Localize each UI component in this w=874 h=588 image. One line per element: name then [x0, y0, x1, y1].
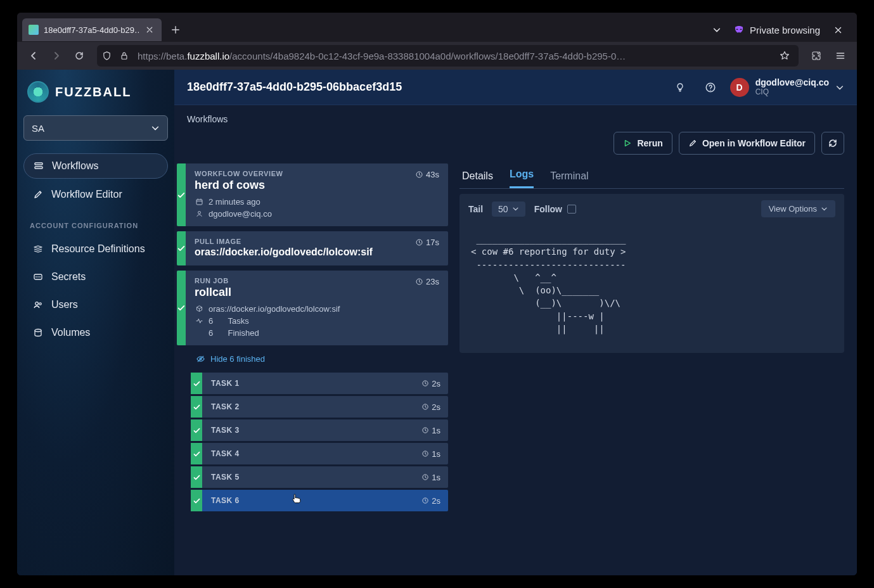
job-name: rollcall: [195, 286, 439, 299]
refresh-icon: [828, 138, 838, 148]
sidebar-item-volumes[interactable]: Volumes: [23, 321, 168, 345]
svg-point-4: [35, 302, 39, 305]
reload-icon: [74, 51, 84, 61]
refresh-button[interactable]: [821, 132, 844, 155]
task-duration: 1s: [421, 426, 448, 435]
tab-details[interactable]: Details: [462, 170, 493, 188]
task-label: TASK 6: [202, 496, 240, 505]
status-success-icon: [191, 373, 202, 394]
svg-rect-1: [35, 163, 42, 165]
svg-point-6: [35, 329, 41, 332]
follow-checkbox[interactable]: [567, 205, 576, 214]
close-icon: [146, 26, 153, 34]
status-success-icon: [191, 490, 202, 511]
url-bar[interactable]: https://beta.fuzzball.io/accounts/4ba982…: [97, 45, 799, 67]
lock-icon[interactable]: [120, 51, 131, 60]
users-icon: [32, 299, 44, 310]
tail-label: Tail: [468, 204, 483, 214]
sidebar-item-resource-definitions[interactable]: Resource Definitions: [23, 237, 168, 261]
duration: 23s: [415, 277, 439, 286]
task-row[interactable]: TASK 6 2s: [191, 490, 448, 511]
duration: 17s: [415, 238, 439, 247]
job-image: oras://docker.io/godlovedc/lolcow:sif: [209, 304, 340, 314]
app-menu-button[interactable]: [830, 46, 851, 66]
user-menu[interactable]: D dgodlove@ciq.co CIQ: [730, 78, 844, 97]
secrets-icon: [32, 271, 44, 283]
theme-toggle-button[interactable]: [669, 77, 691, 98]
task-row[interactable]: TASK 2 2s: [191, 396, 448, 418]
card-label: WORKFLOW OVERVIEW: [195, 170, 439, 177]
forward-button[interactable]: [46, 46, 67, 66]
follow-label: Follow: [534, 204, 562, 214]
task-row[interactable]: TASK 4 1s: [191, 443, 448, 464]
help-button[interactable]: [700, 77, 721, 98]
workflow-author: dgodlove@ciq.co: [209, 209, 272, 219]
browser-toolbar: https://beta.fuzzball.io/accounts/4ba982…: [17, 42, 857, 70]
sidebar-item-users[interactable]: Users: [23, 293, 168, 317]
workflows-icon: [33, 160, 44, 172]
sidebar-item-secrets[interactable]: Secrets: [23, 265, 168, 289]
shield-icon[interactable]: [102, 51, 113, 61]
status-success-icon: [191, 443, 202, 464]
browser-tab[interactable]: 18e0dff7-37a5-4dd0-b29…: [22, 18, 162, 41]
back-button[interactable]: [23, 46, 44, 66]
activity-icon: [195, 317, 203, 326]
new-tab-button[interactable]: [167, 21, 184, 39]
clock-icon: [415, 278, 423, 286]
workflow-when: 2 minutes ago: [209, 197, 260, 207]
clock-icon: [415, 238, 423, 246]
user-icon: [195, 210, 203, 219]
status-success-icon: [191, 396, 202, 418]
chevron-down-icon: [821, 205, 828, 212]
tail-value: 50: [498, 204, 508, 214]
svg-rect-8: [196, 200, 202, 205]
extensions-button[interactable]: [806, 46, 826, 66]
tab-close-button[interactable]: [144, 24, 155, 35]
task-row[interactable]: TASK 5 1s: [191, 466, 448, 488]
app-header: 18e0dff7-37a5-4dd0-b295-06bbacef3d15 D d…: [174, 70, 857, 105]
hide-finished-toggle[interactable]: Hide 6 finished: [177, 350, 448, 368]
private-browsing-label: Private browsing: [750, 25, 820, 35]
window-close-button[interactable]: [829, 21, 847, 39]
sidebar-item-workflow-editor[interactable]: Workflow Editor: [23, 182, 168, 207]
pull-image-card[interactable]: PULL IMAGE oras://docker.io/godlovedc/lo…: [177, 231, 448, 265]
hamburger-icon: [835, 51, 845, 61]
open-in-editor-button[interactable]: Open in Workflow Editor: [679, 132, 815, 155]
puzzle-icon: [811, 51, 821, 61]
log-output[interactable]: ____________________________ < cow #6 re…: [459, 224, 844, 353]
chevron-down-icon: [835, 83, 844, 92]
arrow-left-icon: [29, 51, 39, 61]
task-row[interactable]: TASK 3 1s: [191, 419, 448, 441]
task-label: TASK 5: [202, 473, 240, 482]
private-mask-icon: [733, 24, 745, 35]
bookmark-button[interactable]: [780, 51, 794, 61]
tab-title: 18e0dff7-37a5-4dd0-b29…: [44, 25, 139, 35]
tail-select[interactable]: 50: [492, 201, 525, 217]
stack-icon: [32, 243, 44, 255]
reload-button[interactable]: [69, 46, 89, 66]
task-row[interactable]: TASK 1 2s: [191, 373, 448, 394]
task-label: TASK 3: [202, 426, 240, 435]
view-options-button[interactable]: View Options: [761, 200, 835, 217]
rerun-button[interactable]: Rerun: [614, 132, 672, 155]
task-label: TASK 1: [202, 379, 240, 388]
tab-terminal[interactable]: Terminal: [550, 170, 588, 188]
task-duration: 2s: [421, 379, 448, 388]
breadcrumb[interactable]: Workflows: [187, 114, 228, 124]
brand[interactable]: FUZZBALL: [23, 79, 168, 112]
task-duration: 1s: [421, 473, 448, 482]
run-job-card[interactable]: RUN JOB rollcall oras://docker.io/godlov…: [177, 271, 448, 345]
account-select[interactable]: SA: [23, 115, 168, 141]
eye-off-icon: [196, 354, 205, 364]
tab-logs[interactable]: Logs: [510, 169, 534, 188]
workflow-overview-card[interactable]: WORKFLOW OVERVIEW herd of cows 2 minutes…: [177, 163, 448, 226]
sidebar-item-workflows[interactable]: Workflows: [23, 153, 168, 179]
duration: 43s: [415, 170, 439, 179]
task-duration: 1s: [421, 449, 448, 459]
card-label: PULL IMAGE: [195, 238, 439, 245]
clock-icon: [421, 497, 429, 504]
svg-rect-0: [122, 55, 127, 59]
list-all-tabs-button[interactable]: [709, 22, 724, 37]
sidebar-item-label: Resource Definitions: [51, 243, 145, 255]
status-success-icon: [177, 231, 186, 265]
